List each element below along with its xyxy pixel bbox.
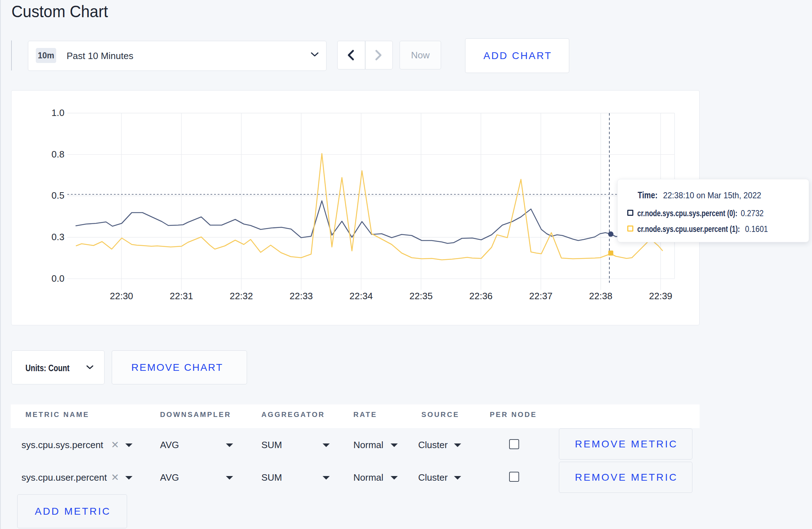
svg-text:22:33: 22:33 xyxy=(290,291,313,301)
svg-text:22:35: 22:35 xyxy=(409,291,432,301)
svg-text:0.8: 0.8 xyxy=(52,149,64,160)
svg-text:1.0: 1.0 xyxy=(52,107,64,118)
svg-text:22:36: 22:36 xyxy=(469,291,493,301)
svg-text:22:30: 22:30 xyxy=(110,291,133,301)
svg-text:0.5: 0.5 xyxy=(52,190,64,201)
svg-text:22:34: 22:34 xyxy=(349,291,373,301)
svg-text:0.3: 0.3 xyxy=(52,232,64,242)
svg-text:22:32: 22:32 xyxy=(229,291,253,301)
svg-text:0.0: 0.0 xyxy=(52,273,64,284)
svg-text:22:31: 22:31 xyxy=(170,291,193,301)
svg-text:22:39: 22:39 xyxy=(649,291,672,301)
svg-text:22:37: 22:37 xyxy=(529,291,552,301)
svg-text:22:38: 22:38 xyxy=(589,291,612,301)
